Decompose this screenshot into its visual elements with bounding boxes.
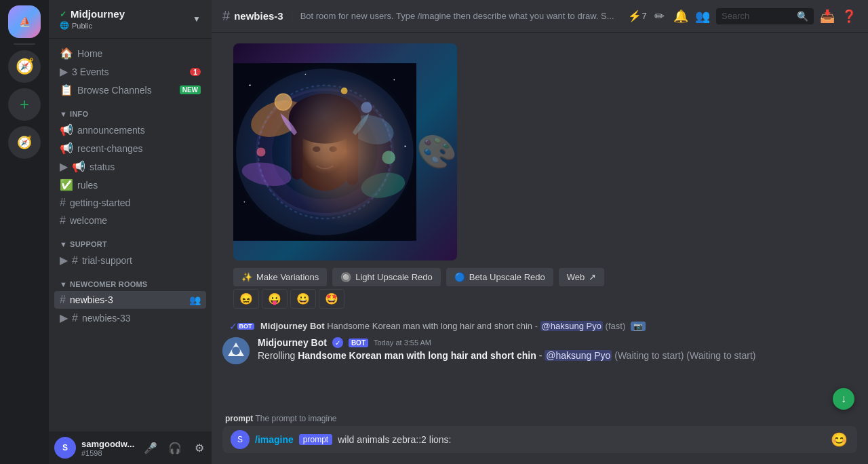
sidebar-item-getting-started[interactable]: # getting-started — [54, 194, 206, 212]
chevron-down-icon: ▼ — [193, 14, 201, 24]
reaction-2[interactable]: 😀 — [290, 289, 316, 309]
reaction-emoji-1: 😛 — [268, 292, 281, 305]
server-name-text: Midjourney — [71, 8, 125, 20]
newbies-33-label: newbies-33 — [82, 313, 201, 324]
public-icon: 🌐 — [60, 21, 69, 30]
category-support[interactable]: ▼ SUPPORT — [49, 229, 212, 251]
newbies-3-icon: # — [60, 294, 66, 306]
verified-icon-2: ✓ — [332, 337, 343, 348]
message-mention-2: @haksung Pyo — [545, 350, 612, 361]
trial-support-icon: # — [72, 254, 78, 267]
browse-badge: NEW — [180, 85, 201, 94]
scroll-to-bottom-button[interactable]: ↓ — [833, 388, 854, 410]
hash-icon: # — [222, 8, 230, 24]
reaction-0[interactable]: 😖 — [233, 289, 259, 309]
question-icon: ❓ — [842, 9, 856, 24]
sidebar-item-browse-channels[interactable]: 📋 Browse Channels NEW — [54, 81, 206, 99]
mention-inline: @haksung Pyo — [540, 321, 603, 331]
pencil-button[interactable]: ✏ — [651, 8, 667, 24]
inbox-icon: 📥 — [820, 9, 835, 24]
category-newcomer[interactable]: ▼ NEWCOMER ROOMS — [49, 269, 212, 291]
sidebar-item-newbies-3[interactable]: # newbies-3 👥 — [54, 291, 206, 309]
svg-point-8 — [292, 108, 358, 191]
newbies-3-label: newbies-3 — [70, 294, 185, 305]
sidebar-item-welcome[interactable]: # welcome — [54, 212, 206, 229]
reaction-emoji-3: 🤩 — [325, 292, 338, 305]
category-info-label: INFO — [70, 110, 88, 118]
add-server-button[interactable]: + — [8, 88, 41, 121]
message-author-2: Midjourney Bot — [258, 337, 327, 348]
sidebar-item-home[interactable]: 🏠 Home — [54, 44, 206, 62]
inbox-button[interactable]: 📥 — [819, 8, 835, 24]
browse-label: Browse Channels — [77, 85, 176, 96]
server-divider — [14, 43, 35, 45]
newbies-33-icon: # — [72, 312, 78, 324]
explore-servers-button[interactable]: 🧭 — [8, 126, 41, 159]
external-link-icon: ↗ — [589, 272, 596, 282]
light-upscale-redo-button[interactable]: 🔘 Light Upscale Redo — [332, 268, 440, 286]
chat-input[interactable] — [338, 434, 824, 445]
help-button[interactable]: ❓ — [841, 8, 857, 24]
svg-rect-11 — [347, 113, 358, 185]
chevron-support-icon: ▼ — [60, 240, 67, 248]
mute-button[interactable]: 🎤 — [140, 437, 161, 459]
username: samgoodw... — [81, 439, 134, 449]
reaction-3[interactable]: 🤩 — [319, 289, 344, 309]
server-header[interactable]: ✓ Midjourney 🌐 Public ▼ — [49, 0, 212, 39]
members-button[interactable]: 👥 — [694, 8, 711, 24]
beta-upscale-redo-button[interactable]: 🔵 Beta Upscale Redo — [446, 268, 553, 286]
main-content: # newbies-3 Bot room for new users. Type… — [212, 0, 868, 464]
plus-icon: + — [20, 95, 29, 114]
deafen-button[interactable]: 🎧 — [164, 437, 186, 459]
bot-tag-small: BOT — [237, 323, 254, 330]
svg-point-17 — [382, 151, 395, 164]
make-variations-button[interactable]: ✨ Make Variations — [233, 268, 327, 286]
notification-button[interactable]: 🔔 — [673, 8, 689, 24]
svg-rect-10 — [292, 113, 302, 180]
server-icon-midjourney[interactable]: ⛵ — [8, 5, 41, 38]
svg-point-21 — [404, 146, 406, 147]
prompt-hint: prompt The prompt to imagine — [222, 414, 857, 423]
channel-list: 🏠 Home ▶ 3 Events 1 📋 Browse Channels NE… — [49, 39, 212, 431]
server-list: ⛵ 🧭 + 🧭 — [0, 0, 49, 464]
message-row-2: Midjourney Bot ✓ BOT Today at 3:55 AM Re… — [222, 336, 857, 366]
search-icon: 🔍 — [797, 11, 808, 22]
search-input[interactable] — [722, 11, 794, 21]
sidebar-item-events[interactable]: ▶ 3 Events 1 — [54, 62, 206, 81]
prompt-area: prompt The prompt to imagine S /imagine … — [212, 408, 868, 464]
msg-dash: - — [539, 350, 545, 361]
add-member-icon: 👥 — [189, 294, 201, 305]
status-label: status — [90, 161, 201, 172]
category-info[interactable]: ▼ INFO — [49, 99, 212, 121]
web-button[interactable]: Web ↗ — [559, 268, 605, 286]
verified-bot-icon: ✓ — [229, 321, 237, 332]
sidebar-item-trial-support[interactable]: ▶ # trial-support — [54, 251, 206, 269]
people-icon: 👥 — [695, 9, 710, 24]
action-buttons: ✨ Make Variations 🔘 Light Upscale Redo 🔵… — [233, 268, 857, 286]
chat-area: ✨ Make Variations 🔘 Light Upscale Redo 🔵… — [212, 33, 868, 408]
sidebar-item-recent-changes[interactable]: 📢 recent-changes — [54, 139, 206, 157]
input-user-avatar: S — [231, 430, 250, 449]
search-box[interactable]: 🔍 — [716, 8, 814, 24]
user-info: samgoodw... #1598 — [81, 439, 134, 457]
notification-text: Midjourney Bot Handsome Korean man with … — [260, 321, 857, 331]
threads-button[interactable]: ⚡ 7 — [629, 8, 646, 24]
svg-point-22 — [244, 201, 245, 203]
emoji-picker-button[interactable]: 😊 — [829, 430, 849, 449]
status-channel-icon: 📢 — [72, 160, 85, 173]
channel-name-text: newbies-3 — [234, 10, 283, 22]
server-icon-compass[interactable]: 🧭 — [8, 50, 41, 83]
message-content-2: Midjourney Bot ✓ BOT Today at 3:55 AM Re… — [258, 337, 857, 364]
message-header-2: Midjourney Bot ✓ BOT Today at 3:55 AM — [258, 337, 857, 348]
reaction-1[interactable]: 😛 — [262, 289, 288, 309]
sidebar-item-announcements[interactable]: 📢 announcements — [54, 121, 206, 139]
dash-separator: - — [535, 321, 540, 331]
image-svg — [233, 43, 416, 260]
sidebar-item-newbies-33[interactable]: ▶ # newbies-33 — [54, 309, 206, 327]
settings-button[interactable]: ⚙ — [189, 437, 210, 459]
channel-header: # newbies-3 Bot room for new users. Type… — [212, 0, 868, 33]
sidebar-item-status[interactable]: ▶ 📢 status — [54, 157, 206, 176]
sidebar-item-rules[interactable]: ✅ rules — [54, 176, 206, 194]
bot-avatar — [222, 337, 250, 364]
image-post: ✨ Make Variations 🔘 Light Upscale Redo 🔵… — [233, 43, 857, 309]
